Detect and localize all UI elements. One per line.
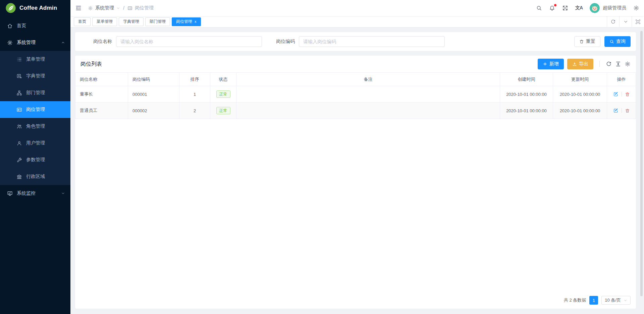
maximize-icon[interactable] xyxy=(632,16,644,27)
sidebar-submenu-system: 菜单管理 字典管理 部 xyxy=(0,51,70,185)
topbar-actions: 文A 超级管理员 xyxy=(536,3,639,13)
col-created: 创建时间 xyxy=(500,73,553,86)
page-1-button[interactable]: 1 xyxy=(589,296,598,305)
open-tabs: 首页 菜单管理 字典管理 部门管理 岗位管理 x xyxy=(70,17,201,26)
sidebar-item-menu-management[interactable]: 菜单管理 xyxy=(0,51,70,68)
post-list-card: 岗位列表 新增 导出 xyxy=(75,56,636,309)
status-badge: 正常 xyxy=(216,90,230,98)
sidebar-item-admin-region[interactable]: 行政区域 xyxy=(0,168,70,185)
bell-icon[interactable] xyxy=(549,5,555,11)
tab-dept-management[interactable]: 部门管理 xyxy=(145,17,170,26)
sidebar-menu: 首页 系统管理 菜单管理 xyxy=(0,16,70,202)
gear-icon[interactable] xyxy=(633,5,639,11)
cell-remark xyxy=(236,86,500,103)
app-title: Coffee Admin xyxy=(19,5,57,11)
user-menu[interactable]: 超级管理员 xyxy=(590,3,626,13)
dictionary-icon xyxy=(16,73,22,79)
chevron-down-icon xyxy=(624,299,627,302)
cell-created: 2020-10-01 00:00:00 xyxy=(500,86,553,103)
tab-label: 部门管理 xyxy=(150,19,166,24)
query-button[interactable]: 查询 xyxy=(604,36,631,47)
chevron-down-icon[interactable] xyxy=(116,6,120,10)
search-buttons: 重置 查询 xyxy=(574,36,631,47)
plus-icon xyxy=(543,62,547,66)
topbar: 系统管理 / 岗位管理 xyxy=(70,0,644,16)
sidebar-item-role-management[interactable]: 角色管理 xyxy=(0,118,70,135)
chevron-down-icon[interactable] xyxy=(619,16,632,27)
gear-icon xyxy=(7,40,13,46)
sidebar-item-param-management[interactable]: 参数管理 xyxy=(0,151,70,168)
trash-icon xyxy=(579,39,584,44)
sidebar-item-system-monitor[interactable]: 系统监控 xyxy=(0,185,70,202)
search-icon[interactable] xyxy=(536,5,542,11)
cell-sort: 2 xyxy=(179,103,210,119)
cell-created: 2020-10-01 00:00:00 xyxy=(500,103,553,119)
fullscreen-icon[interactable] xyxy=(562,5,568,11)
vertical-scrollbar[interactable] xyxy=(640,31,643,296)
translate-icon[interactable]: 文A xyxy=(575,5,583,11)
home-icon xyxy=(7,23,13,29)
col-post-name: 岗位名称 xyxy=(75,73,128,86)
sidebar-item-label: 菜单管理 xyxy=(26,56,45,62)
edit-icon[interactable] xyxy=(613,91,619,97)
col-sort: 排序 xyxy=(179,73,210,86)
tab-menu-management[interactable]: 菜单管理 xyxy=(92,17,117,26)
col-remark: 备注 xyxy=(236,73,500,86)
sidebar-item-home[interactable]: 首页 xyxy=(0,17,70,34)
sidebar-item-label: 岗位管理 xyxy=(26,107,45,113)
pagination: 共 2 条数据 1 10 条/页 xyxy=(564,296,631,305)
reset-label: 重置 xyxy=(586,39,595,45)
cell-remark xyxy=(236,103,500,119)
post-code-input[interactable] xyxy=(299,36,445,47)
card-header: 岗位列表 新增 导出 xyxy=(75,56,636,72)
table-toolbar: 新增 导出 xyxy=(538,59,631,69)
page-size-select[interactable]: 10 条/页 xyxy=(601,296,631,305)
download-icon xyxy=(572,62,577,66)
table-row: 董事长 000001 1 正常 2020-10-01 00:00:00 2020… xyxy=(75,86,636,103)
tab-label: 菜单管理 xyxy=(97,19,113,24)
cell-post-name: 董事长 xyxy=(75,86,128,103)
cell-sort: 1 xyxy=(179,86,210,103)
query-label: 查询 xyxy=(616,39,626,45)
close-icon[interactable]: x xyxy=(195,20,197,23)
cell-status: 正常 xyxy=(210,103,236,119)
chevron-up-icon xyxy=(61,41,65,45)
sidebar-item-label: 系统监控 xyxy=(17,190,36,196)
add-button[interactable]: 新增 xyxy=(538,59,564,69)
refresh-icon[interactable] xyxy=(607,16,619,27)
col-status: 状态 xyxy=(210,73,236,86)
breadcrumb-parent[interactable]: 系统管理 xyxy=(95,5,114,11)
sidebar-item-label: 字典管理 xyxy=(26,73,45,79)
sidebar-item-post-management[interactable]: 岗位管理 xyxy=(0,101,70,118)
reset-button[interactable]: 重置 xyxy=(574,36,600,47)
post-code-label: 岗位编码 xyxy=(270,39,299,45)
cell-status: 正常 xyxy=(210,86,236,103)
gear-icon xyxy=(88,6,93,11)
action-divider xyxy=(622,108,622,113)
card-title: 岗位列表 xyxy=(80,61,102,68)
tab-dict-management[interactable]: 字典管理 xyxy=(119,17,144,26)
cell-updated: 2020-10-01 00:00:00 xyxy=(553,103,607,119)
tab-home[interactable]: 首页 xyxy=(74,17,91,26)
delete-icon[interactable] xyxy=(625,108,630,113)
sidebar-item-label: 参数管理 xyxy=(26,157,45,163)
tab-post-management[interactable]: 岗位管理 x xyxy=(172,17,201,26)
edit-icon[interactable] xyxy=(613,108,619,113)
delete-icon[interactable] xyxy=(625,92,630,97)
app-logo[interactable]: Coffee Admin xyxy=(0,0,70,16)
sidebar-collapse-icon[interactable] xyxy=(75,5,82,11)
export-button[interactable]: 导出 xyxy=(567,59,593,69)
notification-badge xyxy=(554,4,556,6)
sidebar-item-system-management[interactable]: 系统管理 xyxy=(0,34,70,51)
sidebar-item-dept-management[interactable]: 部门管理 xyxy=(0,84,70,101)
id-card-icon xyxy=(127,6,132,11)
refresh-icon[interactable] xyxy=(606,61,612,67)
avatar xyxy=(590,3,600,13)
post-name-input[interactable] xyxy=(116,36,262,47)
search-icon xyxy=(609,39,614,44)
sidebar-item-dict-management[interactable]: 字典管理 xyxy=(0,68,70,84)
gear-icon[interactable] xyxy=(625,61,631,67)
column-height-icon[interactable] xyxy=(615,61,621,67)
post-table: 岗位名称 岗位编码 排序 状态 备注 创建时间 更新时间 操作 董事长 0000… xyxy=(75,72,636,119)
sidebar-item-user-management[interactable]: 用户管理 xyxy=(0,135,70,151)
